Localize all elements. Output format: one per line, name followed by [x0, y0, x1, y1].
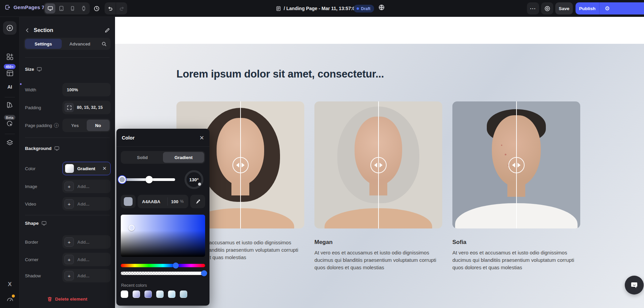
templates-button[interactable] — [0, 70, 20, 77]
live-chat-button[interactable] — [625, 276, 644, 295]
interactions-button[interactable] — [0, 120, 20, 127]
before-after-image-2[interactable] — [314, 101, 442, 228]
gradient-stop-handle[interactable] — [145, 176, 153, 183]
add-placeholder: Add... — [74, 240, 89, 245]
opacity-value[interactable]: 100 — [168, 199, 178, 204]
tab-gradient[interactable]: Gradient — [163, 152, 204, 163]
divider — [25, 137, 110, 138]
recent-color-swatch[interactable] — [156, 290, 164, 298]
corner-add[interactable]: + Add... — [62, 253, 111, 266]
rename-pencil-icon[interactable] — [105, 28, 110, 33]
background-image-add[interactable]: + Add... — [62, 180, 111, 193]
x-integration-button[interactable]: X — [0, 281, 20, 288]
more-options-button[interactable]: ··· — [527, 2, 539, 14]
publish-button[interactable]: Publish — [576, 6, 599, 11]
saturation-picker-ring[interactable] — [129, 225, 135, 231]
history-button[interactable] — [90, 2, 103, 14]
globe-icon — [379, 4, 385, 10]
device-responsive-button[interactable] — [78, 3, 89, 13]
alpha-handle[interactable] — [201, 270, 207, 276]
background-video-add[interactable]: + Add... — [62, 197, 111, 211]
before-after-image-3[interactable] — [452, 101, 580, 228]
preview-button[interactable] — [541, 2, 553, 14]
plus-icon: + — [64, 199, 74, 209]
tab-advanced[interactable]: Advanced — [62, 39, 99, 49]
settings-panel: Section Settings Advanced Size Width 100… — [20, 17, 115, 308]
saturation-value-area[interactable] — [121, 215, 205, 257]
device-desktop-button[interactable] — [45, 3, 55, 13]
tab-solid[interactable]: Solid — [122, 152, 163, 163]
before-after-card[interactable]: Sofia At vero eos et accusamus et iusto … — [452, 101, 580, 272]
help-tooltip-icon[interactable]: ? — [54, 123, 59, 128]
padding-sides-icon[interactable] — [64, 103, 74, 112]
notification-dot — [12, 295, 15, 298]
panel-title: Section — [34, 27, 101, 33]
background-color-chip[interactable]: Gradient ✕ — [62, 162, 111, 175]
before-after-card[interactable]: Megan At vero eos et accusamus et iusto … — [314, 101, 442, 272]
templates-count-badge: 450+ — [4, 64, 16, 69]
close-icon[interactable]: ✕ — [198, 134, 205, 142]
add-element-button[interactable] — [3, 21, 17, 35]
remove-color-icon[interactable]: ✕ — [102, 165, 110, 172]
page-padding-toggle: Yes No — [62, 119, 111, 132]
card-text[interactable]: At vero eos et accusamus et iusto odio d… — [314, 249, 444, 272]
compare-drag-handle[interactable] — [508, 157, 525, 173]
gradient-stops-slider[interactable] — [121, 177, 175, 182]
language-globe-button[interactable] — [379, 4, 385, 10]
recent-color-swatch[interactable] — [133, 290, 140, 298]
page-breadcrumb[interactable]: / Landing Page - Mar 11, 13:57:09 — [276, 0, 364, 17]
color-mode-tabs: Solid Gradient — [121, 151, 205, 164]
shadow-label: Shadow — [25, 269, 61, 282]
device-mobile-button[interactable] — [67, 3, 78, 13]
eyedropper-button[interactable] — [190, 195, 205, 208]
layers-button[interactable] — [0, 139, 20, 147]
sections-library-button[interactable] — [0, 53, 20, 60]
section-heading[interactable]: Lorem ipsum dolor sit amet, consectetur.… — [176, 68, 384, 80]
page-padding-yes[interactable]: Yes — [63, 120, 87, 131]
card-name[interactable]: Megan — [314, 239, 442, 246]
device-tablet-button[interactable] — [56, 3, 66, 13]
publish-settings-button[interactable]: ⚙ — [599, 5, 615, 12]
angle-dial-knob[interactable] — [198, 183, 201, 186]
plus-icon: + — [64, 237, 74, 247]
performance-button[interactable] — [0, 296, 20, 303]
recent-color-swatch[interactable] — [144, 290, 152, 298]
search-settings-button[interactable] — [98, 39, 110, 49]
padding-input[interactable]: 80, 15, 32, 15 — [62, 101, 111, 114]
color-picker-popup: Color ✕ Solid Gradient 130° 100 % — [116, 129, 209, 306]
current-color-box[interactable] — [121, 195, 136, 208]
border-add[interactable]: + Add... — [62, 235, 111, 249]
width-value: 100% — [62, 87, 78, 92]
width-input[interactable]: 100% — [62, 83, 111, 96]
gradient-stop-handle[interactable] — [118, 176, 126, 183]
back-button[interactable] — [25, 28, 30, 33]
ai-assistant-button[interactable]: AI — [0, 84, 20, 90]
gradient-angle-dial[interactable]: 130° — [185, 170, 203, 189]
recent-color-swatch[interactable] — [121, 290, 128, 298]
page-padding-label: Page padding ? — [25, 119, 61, 132]
shape-section-header: Shape — [25, 221, 39, 226]
hex-input[interactable] — [138, 199, 167, 204]
color-popup-title: Color — [122, 135, 198, 141]
hue-handle[interactable] — [173, 263, 179, 269]
compare-drag-handle[interactable] — [232, 157, 249, 173]
tablet-icon — [59, 6, 64, 11]
page-padding-no[interactable]: No — [87, 120, 110, 131]
recent-color-swatch[interactable] — [180, 290, 187, 298]
card-name[interactable]: Sofia — [452, 239, 580, 246]
recent-color-swatch[interactable] — [168, 290, 175, 298]
gempages-logo[interactable]: GemPages 7 — [5, 4, 45, 10]
undo-button[interactable] — [105, 2, 116, 14]
redo-button[interactable] — [116, 2, 127, 14]
hue-slider[interactable] — [121, 264, 205, 267]
tab-settings[interactable]: Settings — [25, 39, 62, 49]
theme-styles-button[interactable] — [0, 101, 20, 109]
save-button[interactable]: Save — [555, 2, 573, 14]
delete-element-button[interactable]: Delete element — [20, 297, 115, 302]
alpha-slider[interactable] — [121, 272, 205, 275]
compare-drag-handle[interactable] — [370, 157, 387, 173]
shadow-add[interactable]: + Add... — [62, 269, 111, 282]
card-text[interactable]: At vero eos et accusamus et iusto odio d… — [452, 249, 582, 272]
layers-icon — [6, 139, 13, 147]
device-scope-icon — [54, 146, 59, 151]
